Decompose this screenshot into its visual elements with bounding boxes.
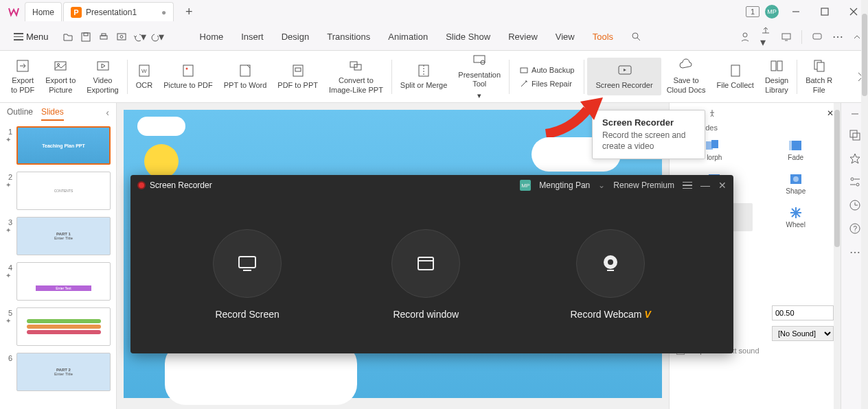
renew-premium-link[interactable]: Renew Premium (613, 180, 674, 190)
print-icon[interactable] (97, 30, 111, 44)
slide-thumb-5[interactable] (16, 307, 111, 346)
chevron-down-icon[interactable]: ⌄ (598, 180, 605, 190)
slide-row[interactable]: 6 PART 2Enter Title (5, 353, 111, 391)
tab-file-label: Presentation1 (86, 8, 137, 17)
recorder-close-button[interactable]: ✕ (718, 180, 727, 191)
tab-home-ribbon[interactable]: Home (192, 26, 232, 47)
layers-icon[interactable] (849, 129, 861, 141)
screen-recorder-button[interactable]: Screen Recorder (587, 58, 661, 95)
close-panel-icon[interactable]: ✕ (827, 108, 834, 118)
tab-home[interactable]: Home (25, 2, 62, 21)
file-collect-button[interactable]: File Collect (711, 60, 760, 93)
pdf-to-ppt-button[interactable]: PDF to PPT (272, 60, 323, 93)
scrollbar-thumb[interactable] (834, 110, 840, 247)
slide-thumb-4[interactable]: Enter Text (16, 262, 111, 301)
tab-insert[interactable]: Insert (233, 26, 272, 47)
tab-review[interactable]: Review (500, 26, 546, 47)
collapse-panel-icon[interactable]: ‹ (106, 107, 109, 121)
ocr-button[interactable]: WOCR (130, 60, 158, 93)
user-icon[interactable] (740, 32, 751, 43)
collapse-rail-icon[interactable] (851, 110, 859, 118)
scrollbar-thumb[interactable] (862, 14, 867, 96)
tab-slideshow[interactable]: Slide Show (437, 26, 499, 47)
tooltip-title: Screen Recorder (602, 117, 695, 128)
ocr-icon: W (137, 63, 152, 78)
notification-badge[interactable]: 1 (746, 6, 760, 17)
outline-tab[interactable]: Outline (7, 107, 33, 121)
files-repair-button[interactable]: Files Repair (518, 78, 575, 90)
maximize-button[interactable] (813, 2, 836, 21)
redo-icon[interactable]: ▾ (150, 30, 164, 44)
record-window-option[interactable]: Record window (391, 229, 460, 320)
speed-input[interactable] (772, 305, 834, 320)
slide-row[interactable]: 5✦ (5, 307, 111, 346)
svg-rect-36 (771, 61, 776, 71)
collapse-ribbon-icon[interactable] (853, 33, 861, 41)
open-icon[interactable] (61, 30, 75, 44)
tab-tools[interactable]: Tools (584, 26, 621, 47)
svg-rect-58 (239, 257, 255, 268)
more-rail-icon[interactable]: ⋯ (849, 246, 860, 259)
undo-icon[interactable]: ▾ (133, 30, 146, 44)
save-cloud-button[interactable]: Save to Cloud Docs (661, 56, 711, 97)
slide-row[interactable]: 1✦ Teaching Plan PPT (5, 126, 111, 165)
recorder-menu-icon[interactable] (683, 182, 692, 189)
slides-tab[interactable]: Slides (41, 107, 64, 121)
star-icon[interactable] (849, 152, 861, 165)
export-picture-button[interactable]: Export to Picture (40, 56, 81, 97)
slide-thumb-1[interactable]: Teaching Plan PPT (16, 126, 111, 165)
minimize-button[interactable] (784, 2, 808, 21)
save-icon[interactable] (79, 30, 93, 44)
record-indicator-icon (137, 181, 146, 189)
tab-animation[interactable]: Animation (380, 26, 436, 47)
convert-img-button[interactable]: Convert to Image-Like PPT (323, 56, 389, 97)
search-icon[interactable] (623, 26, 649, 47)
video-export-button[interactable]: Video Exporting (81, 56, 124, 97)
export-pdf-button[interactable]: Export to PDF (5, 56, 40, 97)
trans-fade[interactable]: Fade (758, 136, 834, 164)
tab-file[interactable]: P Presentation1 ● (63, 2, 174, 21)
settings-icon[interactable] (849, 176, 861, 188)
svg-point-12 (743, 33, 747, 37)
scrollbar[interactable] (861, 0, 868, 409)
slide-row[interactable]: 4✦ Enter Text (5, 262, 111, 301)
separator (801, 30, 802, 44)
app-logo (5, 3, 22, 20)
chat-icon[interactable] (812, 32, 823, 43)
help-icon[interactable]: ? (849, 222, 861, 235)
history-icon[interactable] (849, 199, 861, 211)
slides-list[interactable]: 1✦ Teaching Plan PPT 2✦ CONTENTS 3✦ PART… (0, 121, 116, 409)
more-icon[interactable]: ⋯ (832, 30, 843, 43)
slide-thumb-6[interactable]: PART 2Enter Title (16, 353, 111, 391)
auto-backup-button[interactable]: Auto Backup (518, 64, 575, 76)
recorder-titlebar[interactable]: Screen Recorder MP Mengting Pan ⌄ Renew … (130, 175, 733, 196)
tab-transitions[interactable]: Transitions (319, 26, 378, 47)
record-screen-option[interactable]: Record Screen (213, 229, 282, 320)
svg-rect-17 (55, 62, 66, 70)
tab-view[interactable]: View (547, 26, 583, 47)
record-webcam-option[interactable]: Record WebcamV (571, 229, 651, 320)
screen-icon[interactable] (781, 32, 792, 43)
pic-to-pdf-button[interactable]: Picture to PDF (158, 60, 218, 93)
scrollbar[interactable] (834, 103, 841, 409)
slide-thumb-2[interactable]: CONTENTS (16, 172, 111, 210)
pin-icon[interactable] (708, 109, 716, 117)
share-icon[interactable]: ▾ (760, 25, 771, 49)
trans-wheel[interactable]: Wheel (758, 203, 834, 231)
add-tab-button[interactable]: + (181, 3, 197, 20)
trans-shape[interactable]: Shape (758, 170, 834, 198)
presentation-tool-button[interactable]: Presentation Tool▾ (453, 50, 506, 104)
slide-row[interactable]: 2✦ CONTENTS (5, 172, 111, 210)
user-avatar[interactable]: MP (765, 5, 779, 19)
slide-thumb-3[interactable]: PART 1Enter Title (16, 217, 111, 255)
tab-design[interactable]: Design (273, 26, 317, 47)
menu-button[interactable]: Menu (7, 29, 56, 45)
batch-button[interactable]: Batch R File (800, 56, 838, 97)
recorder-minimize-button[interactable]: — (700, 180, 710, 191)
sound-select[interactable]: [No Sound] (772, 326, 834, 341)
ppt-to-word-button[interactable]: PPT to Word (218, 60, 273, 93)
split-merge-button[interactable]: Split or Merge (395, 60, 453, 93)
design-library-button[interactable]: Design Library (760, 56, 794, 97)
slide-row[interactable]: 3✦ PART 1Enter Title (5, 217, 111, 255)
preview-icon[interactable] (115, 30, 128, 44)
